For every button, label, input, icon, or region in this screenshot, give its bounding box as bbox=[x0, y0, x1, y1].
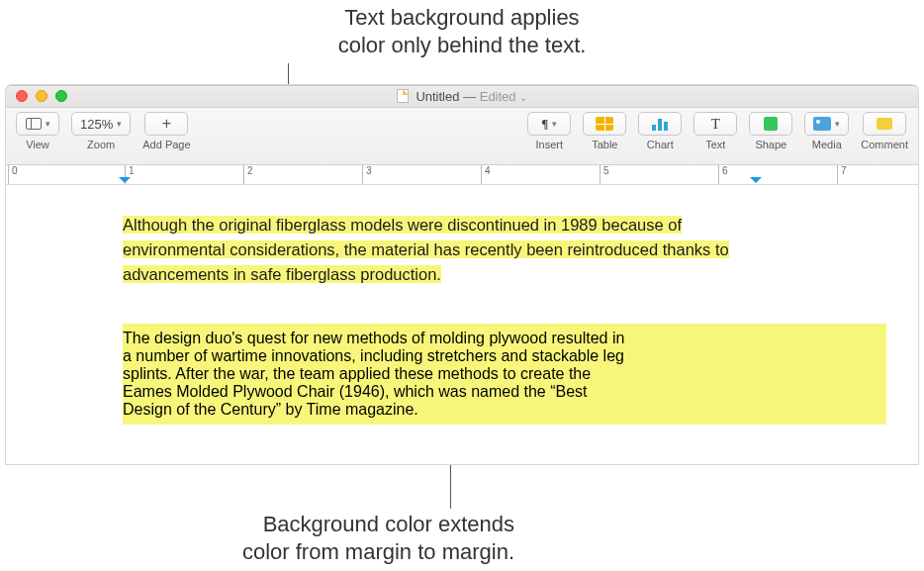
document-name: Untitled bbox=[416, 89, 459, 104]
view-button[interactable]: ▾ bbox=[16, 112, 59, 136]
toolbar-addpage-group: + Add Page bbox=[142, 112, 190, 150]
toolbar-view-group: ▾ View bbox=[16, 112, 59, 150]
zoom-label: Zoom bbox=[71, 139, 131, 150]
toolbar-comment-group: Comment bbox=[861, 112, 908, 150]
comment-button[interactable] bbox=[863, 112, 906, 136]
text-button[interactable]: T bbox=[693, 112, 737, 136]
toolbar-shape-group: Shape bbox=[749, 112, 792, 150]
comment-icon bbox=[877, 118, 892, 130]
shape-button[interactable] bbox=[749, 112, 792, 136]
ruler-tick: 0 bbox=[8, 165, 18, 184]
toolbar-media-group: ▾ Media bbox=[804, 112, 849, 150]
shape-label: Shape bbox=[749, 139, 792, 150]
toolbar: ▾ View 125% ▾ Zoom + Add Page ¶ ▾ Insert bbox=[6, 108, 918, 165]
document-state: Edited bbox=[480, 89, 516, 104]
ruler[interactable]: 0 1 2 3 4 5 6 7 bbox=[6, 165, 918, 185]
zoom-value: 125% bbox=[80, 117, 113, 132]
view-label: View bbox=[16, 139, 59, 150]
ruler-tick: 5 bbox=[600, 165, 609, 184]
highlighted-text: Although the original fiberglass models … bbox=[123, 216, 729, 283]
app-window: Untitled — Edited ⌄ ▾ View 125% ▾ Zoom + bbox=[6, 85, 918, 464]
paragraph-gap bbox=[6, 286, 918, 324]
chart-label: Chart bbox=[638, 139, 682, 150]
toolbar-insert-group: ¶ ▾ Insert bbox=[527, 112, 571, 150]
shape-icon bbox=[764, 117, 778, 131]
text-label: Text bbox=[693, 139, 737, 150]
document-icon bbox=[397, 89, 409, 103]
table-button[interactable] bbox=[583, 112, 626, 136]
add-page-button[interactable]: + bbox=[144, 112, 188, 136]
annotation-bottom-leader bbox=[450, 465, 451, 509]
table-icon bbox=[596, 117, 613, 131]
insert-button[interactable]: ¶ ▾ bbox=[527, 112, 571, 136]
annotation-top: Text background applies color only behin… bbox=[0, 4, 924, 58]
annotation-bottom-line1: Background color extends bbox=[0, 511, 514, 538]
media-button[interactable]: ▾ bbox=[804, 112, 849, 136]
toolbar-text-group: T Text bbox=[693, 112, 737, 150]
text-icon: T bbox=[711, 116, 720, 133]
chevron-down-icon: ▾ bbox=[117, 119, 122, 129]
toolbar-chart-group: Chart bbox=[638, 112, 682, 150]
document-canvas[interactable]: Although the original fiberglass models … bbox=[6, 185, 918, 464]
ruler-tick: 6 bbox=[718, 165, 728, 184]
toolbar-zoom-group: 125% ▾ Zoom bbox=[71, 112, 131, 150]
ruler-tick: 7 bbox=[837, 165, 847, 184]
addpage-label: Add Page bbox=[142, 139, 190, 150]
paragraph-text-background[interactable]: Although the original fiberglass models … bbox=[123, 213, 756, 286]
view-icon bbox=[26, 118, 42, 130]
ruler-tick: 4 bbox=[481, 165, 491, 184]
document-title[interactable]: Untitled — Edited ⌄ bbox=[6, 86, 918, 109]
pilcrow-icon: ¶ bbox=[541, 116, 548, 132]
paragraph-background-text: The design duo's quest for new methods o… bbox=[123, 326, 756, 423]
ruler-right-indent-marker[interactable] bbox=[750, 177, 762, 189]
toolbar-table-group: Table bbox=[583, 112, 626, 150]
chevron-down-icon: ▾ bbox=[835, 119, 840, 129]
chevron-down-icon: ▾ bbox=[46, 119, 50, 129]
annotation-bottom: Background color extends color from marg… bbox=[0, 511, 514, 565]
annotation-top-line1: Text background applies bbox=[0, 4, 924, 32]
insert-label: Insert bbox=[527, 139, 571, 150]
comment-label: Comment bbox=[861, 139, 908, 150]
chart-button[interactable] bbox=[638, 112, 682, 136]
chevron-down-icon: ▾ bbox=[552, 119, 557, 129]
chevron-down-icon: ⌄ bbox=[519, 92, 527, 103]
table-label: Table bbox=[583, 139, 626, 150]
annotation-bottom-line2: color from margin to margin. bbox=[0, 538, 514, 566]
ruler-tick: 3 bbox=[362, 165, 372, 184]
plus-icon: + bbox=[162, 116, 171, 132]
paragraph-background-block[interactable]: The design duo's quest for new methods o… bbox=[123, 324, 886, 425]
ruler-left-indent-marker[interactable] bbox=[119, 177, 131, 189]
media-icon bbox=[813, 117, 831, 131]
annotation-top-line2: color only behind the text. bbox=[0, 32, 924, 59]
titlebar: Untitled — Edited ⌄ bbox=[6, 86, 918, 108]
media-label: Media bbox=[804, 139, 849, 150]
chart-icon bbox=[652, 117, 668, 131]
zoom-button[interactable]: 125% ▾ bbox=[71, 112, 131, 136]
ruler-tick: 2 bbox=[243, 165, 253, 184]
